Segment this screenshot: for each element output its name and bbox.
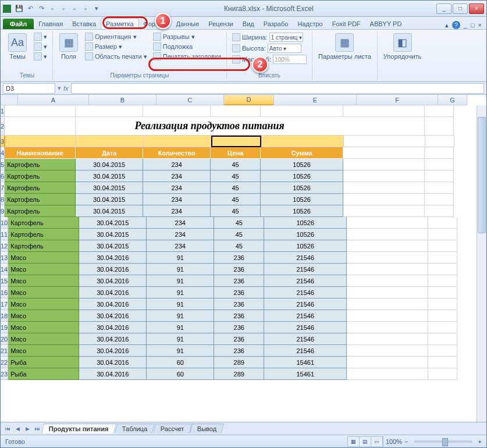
row-header[interactable]: 19 [1,322,8,333]
zoom-in-button[interactable]: + [478,438,482,445]
margins-button[interactable]: ▦ Поля [56,32,81,61]
tab-foxit[interactable]: Foxit PDF [328,19,365,29]
table-header[interactable]: Наименование [5,147,76,159]
qat-dropdown-icon[interactable]: ▾ [92,4,101,13]
cell-sum[interactable]: 10526 [261,205,343,217]
row-header[interactable]: 8 [1,194,5,205]
sheet-nav-last[interactable]: ⏭ [33,424,42,433]
fx-icon[interactable]: fx [63,85,69,92]
row-header[interactable]: 2 [1,117,5,136]
cell-name[interactable]: Картофель [5,159,76,170]
cell-price[interactable]: 45 [211,182,261,194]
row-header[interactable]: 11 [1,229,8,240]
sheet-nav-next[interactable]: ▶ [23,424,32,433]
cell-price[interactable]: 236 [214,298,264,310]
cell-name[interactable]: Мясо [8,287,79,298]
theme-colors-button[interactable]: ▾ [32,32,49,41]
ribbon-minimize-icon[interactable]: ▴ [445,22,449,29]
cell-name[interactable]: Мясо [8,298,79,310]
tab-abbyy[interactable]: ABBYY PD [365,19,407,29]
cell-price[interactable]: 45 [211,159,261,170]
orientation-button[interactable]: Ориентация ▾ [83,32,149,41]
cell-name[interactable]: Картофель [5,194,76,205]
themes-button[interactable]: Aa Темы [5,32,30,61]
zoom-level[interactable]: 100% [386,438,402,445]
sheet-tab-active[interactable]: Продукты питания [41,424,116,433]
cell-name[interactable]: Рыба [8,368,79,380]
row-header[interactable]: 6 [1,170,5,182]
cell-sum[interactable]: 21546 [264,252,347,264]
cell-price[interactable]: 45 [214,229,264,240]
row-header[interactable]: 5 [1,159,5,170]
cell-qty[interactable]: 91 [147,264,214,275]
cell-sum[interactable]: 21546 [264,322,347,333]
sheet-nav-first[interactable]: ⏮ [3,424,12,433]
selected-cell[interactable] [211,136,261,147]
cell-name[interactable]: Картофель [8,229,79,240]
undo-icon[interactable]: ↶ [26,4,35,13]
cell-name[interactable]: Мясо [8,345,79,357]
cell-name[interactable]: Картофель [8,240,79,252]
cell-name[interactable]: Картофель [5,170,76,182]
sheet-tab[interactable]: Таблица [114,424,155,433]
table-header[interactable]: Цена [211,147,261,159]
cell-price[interactable]: 45 [211,205,261,217]
cell-name[interactable]: Мясо [8,275,79,287]
cell-qty[interactable]: 234 [147,240,214,252]
cell-qty[interactable]: 91 [147,310,214,322]
cell-name[interactable]: Рыба [8,357,79,368]
cell-date[interactable]: 30.04.2016 [79,252,147,264]
row-header[interactable]: 20 [1,333,8,345]
print-area-button[interactable]: Область печати ▾ [83,52,149,61]
cell-date[interactable]: 30.04.2016 [79,368,147,380]
cell-name[interactable]: Мясо [8,310,79,322]
cell-date[interactable]: 30.04.2015 [76,182,143,194]
width-input[interactable]: 1 страниц ▾ [269,33,303,42]
tab-file[interactable]: Файл [3,19,34,29]
doc-close-button[interactable]: × [478,22,482,29]
cell-qty[interactable]: 91 [147,287,214,298]
cell-qty[interactable]: 234 [143,159,211,170]
cell-qty[interactable]: 91 [147,252,214,264]
theme-fonts-button[interactable]: ▾ [32,42,49,51]
cell-sum[interactable]: 21546 [264,333,347,345]
row-header[interactable]: 7 [1,182,5,194]
cell-price[interactable]: 45 [211,194,261,205]
maximize-button[interactable]: □ [453,3,468,14]
cell-date[interactable]: 30.04.2015 [76,194,143,205]
title-cell[interactable]: Реализация продуктов питания [76,117,343,136]
cell-sum[interactable]: 21546 [264,264,347,275]
tab-home[interactable]: Главная [34,19,67,29]
theme-effects-button[interactable]: ▾ [32,52,49,61]
doc-minimize-button[interactable]: _ [464,22,467,29]
cell-price[interactable]: 236 [214,345,264,357]
cell-price[interactable]: 45 [214,240,264,252]
cell-name[interactable]: Мясо [8,333,79,345]
cell-date[interactable]: 30.04.2016 [79,357,147,368]
row-header[interactable]: 10 [1,217,8,229]
row-header[interactable]: 13 [1,252,8,264]
col-header-c[interactable]: C [157,95,224,105]
scrollbar-thumb[interactable] [478,117,486,233]
cell-date[interactable]: 30.04.2016 [79,322,147,333]
cell-price[interactable]: 289 [214,357,264,368]
cell-price[interactable]: 236 [214,264,264,275]
cell-date[interactable]: 30.04.2015 [79,217,147,229]
cell-qty[interactable]: 234 [147,229,214,240]
table-header[interactable]: Сумма [261,147,343,159]
tab-addins[interactable]: Надстро [293,19,327,29]
tab-data[interactable]: Данные [172,19,204,29]
cell-date[interactable]: 30.04.2015 [79,240,147,252]
sheet-tab[interactable]: Рассчет [152,424,191,433]
cell-price[interactable]: 236 [214,252,264,264]
cell-price[interactable]: 236 [214,287,264,298]
redo-icon[interactable]: ↷ [37,4,46,13]
cell-name[interactable]: Картофель [5,205,76,217]
col-header-e[interactable]: E [274,95,357,105]
row-header[interactable]: 9 [1,205,5,217]
cell-date[interactable]: 30.04.2015 [79,229,147,240]
cell-sum[interactable]: 15461 [264,357,347,368]
zoom-slider[interactable] [414,440,472,443]
cell-date[interactable]: 30.04.2016 [79,264,147,275]
cell-qty[interactable]: 60 [147,368,214,380]
